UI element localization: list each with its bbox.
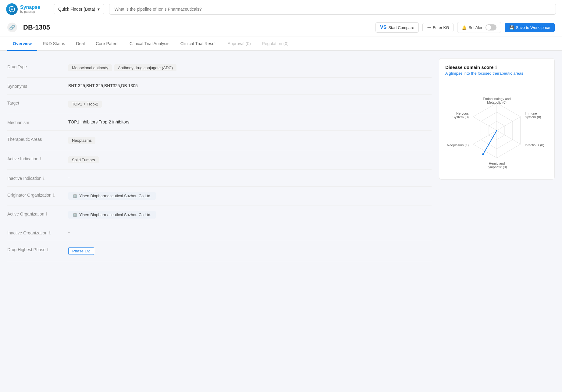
target-tag: TOP1 + Trop-2	[68, 101, 102, 108]
svg-text:Hemic and: Hemic and	[489, 162, 505, 165]
therapeutic-areas-value: Neoplasms	[68, 136, 432, 144]
svg-text:System (0): System (0)	[453, 115, 469, 119]
target-label: Target	[7, 100, 68, 105]
logo-icon	[6, 3, 18, 15]
synonyms-row: Synonyms BNT 325,BNT-325,BNT325,DB 1305	[7, 78, 432, 94]
drug-type-row: Drug Type Monoclonal antibody Antibody d…	[7, 58, 432, 78]
active-indication-value: Solid Tumors	[68, 156, 432, 164]
info-icon-6: ℹ	[47, 247, 48, 252]
originator-value: 🏢 Yinen Biopharmaceutical Suzhou Co Ltd.	[68, 192, 432, 200]
tab-deal[interactable]: Deal	[70, 37, 90, 51]
target-value: TOP1 + Trop-2	[68, 100, 432, 108]
start-compare-button[interactable]: VS Start Compare	[375, 22, 419, 33]
svg-text:Nervous: Nervous	[456, 112, 469, 115]
originator-row: Originator Organization ℹ 🏢 Yinen Biopha…	[7, 187, 432, 205]
disease-score-panel: Disease domain score ℹ A glimpse into th…	[439, 58, 555, 381]
drug-type-label: Drug Type	[7, 64, 68, 69]
phase-tag: Phase 1/2	[68, 247, 94, 255]
top-navigation: Synapse by patsnap Quick Finder (Beta) ▾	[0, 0, 562, 18]
quick-finder-button[interactable]: Quick Finder (Beta) ▾	[54, 4, 104, 14]
quick-finder-label: Quick Finder (Beta)	[58, 7, 95, 12]
search-input[interactable]	[109, 4, 556, 15]
inactive-org-label: Inactive Organization ℹ	[7, 230, 68, 235]
active-indication-label: Active Indication ℹ	[7, 156, 68, 161]
alert-label: Set Alert	[468, 25, 483, 30]
nav-tabs: Overview R&D Status Deal Core Patent Cli…	[0, 37, 562, 51]
tab-clinical-trial-result[interactable]: Clinical Trial Result	[175, 37, 222, 51]
info-icon: ℹ	[40, 156, 41, 161]
svg-line-6	[497, 130, 521, 144]
mechanism-row: Mechanism TOP1 inhibitors Trop-2 inhibit…	[7, 114, 432, 131]
svg-text:Lymphatic (0): Lymphatic (0)	[487, 165, 507, 169]
svg-text:System (0): System (0)	[525, 115, 541, 119]
save-label: Save to Workspace	[516, 25, 550, 30]
active-org-label: Active Organization ℹ	[7, 211, 68, 216]
set-alert-button[interactable]: 🔔 Set Alert	[457, 22, 501, 33]
drug-type-value: Monoclonal antibody Antibody drug conjug…	[68, 64, 432, 72]
score-subtitle: A glimpse into the focused therapeutic a…	[445, 71, 548, 76]
org-icon: 🏢	[73, 194, 77, 198]
info-icon-2: ℹ	[43, 176, 44, 181]
alert-toggle[interactable]	[486, 24, 496, 30]
logo-area: Synapse by patsnap	[6, 3, 49, 15]
tab-clinical-trial-analysis[interactable]: Clinical Trial Analysis	[124, 37, 175, 51]
radar-chart: Endocrinology and Metabolic (0) Immune S…	[448, 85, 546, 170]
compare-icon: VS	[380, 25, 386, 30]
drug-header: 🔗 DB-1305 VS Start Compare 🗝 Enter KG 🔔 …	[0, 18, 562, 37]
org-icon-2: 🏢	[73, 212, 77, 217]
svg-line-8	[473, 130, 497, 144]
main-content: Drug Type Monoclonal antibody Antibody d…	[0, 51, 562, 388]
drug-name: DB-1305	[23, 23, 369, 31]
alert-icon: 🔔	[462, 25, 467, 30]
drug-type-tag-1: Monoclonal antibody	[68, 64, 112, 71]
svg-text:Endocrinology and: Endocrinology and	[483, 97, 510, 101]
info-icon-3: ℹ	[53, 193, 55, 198]
tab-overview[interactable]: Overview	[7, 37, 37, 51]
active-org-value: 🏢 Yinen Biopharmaceutical Suzhou Co Ltd.	[68, 211, 432, 219]
svg-text:Neoplasms (1): Neoplasms (1)	[447, 143, 469, 147]
highest-phase-label: Drug Highest Phase ℹ	[7, 247, 68, 252]
inactive-indication-value: -	[68, 175, 432, 180]
logo-text: Synapse by patsnap	[20, 4, 40, 14]
therapeutic-areas-row: Therapeutic Areas Neoplasms	[7, 131, 432, 150]
target-row: Target TOP1 + Trop-2	[7, 94, 432, 114]
svg-line-9	[473, 117, 497, 130]
enter-kg-button[interactable]: 🗝 Enter KG	[422, 23, 454, 32]
score-card: Disease domain score ℹ A glimpse into th…	[439, 58, 555, 180]
tab-rd-status[interactable]: R&D Status	[37, 37, 70, 51]
therapeutic-areas-label: Therapeutic Areas	[7, 136, 68, 142]
therapeutic-area-tag: Neoplasms	[68, 137, 95, 144]
save-workspace-button[interactable]: 💾 Save to Workspace	[505, 23, 555, 32]
mechanism-label: Mechanism	[7, 119, 68, 125]
kg-label: Enter KG	[433, 25, 449, 30]
save-icon: 💾	[509, 25, 514, 30]
chevron-down-icon: ▾	[98, 7, 100, 12]
svg-line-12	[483, 130, 497, 154]
compare-label: Start Compare	[388, 25, 414, 30]
active-org-row: Active Organization ℹ 🏢 Yinen Biopharmac…	[7, 205, 432, 224]
info-icon-5: ℹ	[49, 230, 51, 235]
svg-text:Immune: Immune	[525, 112, 537, 115]
info-icon-4: ℹ	[46, 212, 47, 216]
synonyms-value: BNT 325,BNT-325,BNT325,DB 1305	[68, 83, 432, 88]
highest-phase-value: Phase 1/2	[68, 247, 432, 255]
originator-tag: 🏢 Yinen Biopharmaceutical Suzhou Co Ltd.	[68, 192, 156, 200]
info-icon-score: ℹ	[495, 65, 497, 70]
tab-approval: Approval (0)	[222, 37, 256, 51]
app-byline: by patsnap	[20, 10, 40, 14]
svg-text:Metabolic (0): Metabolic (0)	[487, 101, 507, 104]
originator-label: Originator Organization ℹ	[7, 192, 68, 198]
drug-icon: 🔗	[7, 23, 17, 32]
header-actions: VS Start Compare 🗝 Enter KG 🔔 Set Alert …	[375, 22, 555, 33]
active-indication-row: Active Indication ℹ Solid Tumors	[7, 150, 432, 170]
active-indication-tag: Solid Tumors	[68, 156, 99, 163]
overview-panel: Drug Type Monoclonal antibody Antibody d…	[7, 58, 432, 381]
radar-chart-container: Endocrinology and Metabolic (0) Immune S…	[445, 82, 548, 173]
tab-regulation: Regulation (0)	[256, 37, 294, 51]
active-org-tag: 🏢 Yinen Biopharmaceutical Suzhou Co Ltd.	[68, 211, 156, 219]
drug-type-tag-2: Antibody drug conjugate (ADC)	[114, 64, 176, 71]
tab-core-patent[interactable]: Core Patent	[90, 37, 124, 51]
svg-point-13	[482, 153, 484, 155]
svg-text:Infectious (0): Infectious (0)	[525, 143, 544, 147]
mechanism-value: TOP1 inhibitors Trop-2 inhibitors	[68, 119, 432, 124]
